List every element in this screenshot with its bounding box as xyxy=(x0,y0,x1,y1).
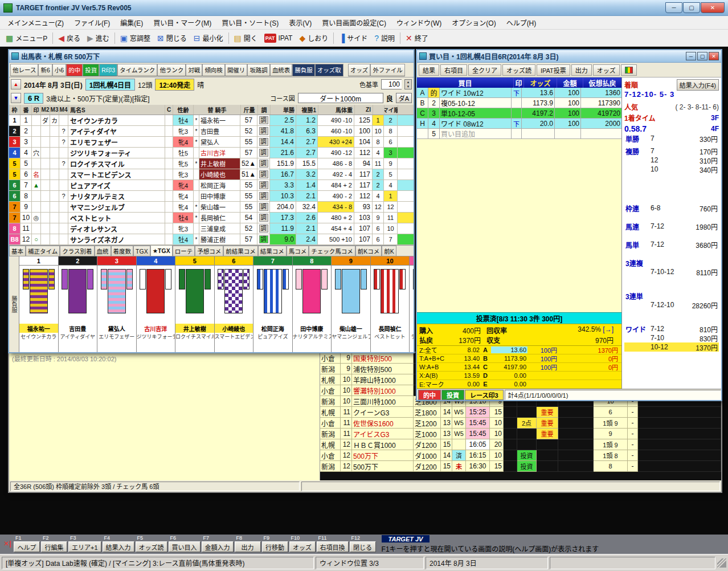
bet-tab[interactable]: 投資 xyxy=(441,390,464,400)
bet-toolbar-button[interactable]: IPAT投票 xyxy=(537,64,570,76)
fkey-button[interactable]: 出力 xyxy=(235,541,261,552)
menu-item[interactable]: 買い目・マーク(M) xyxy=(148,17,216,28)
menu-item[interactable]: ヘルプ(H) xyxy=(501,17,542,28)
menu-item[interactable]: 表示(V) xyxy=(284,17,317,28)
toolbar-button[interactable]: ⊟最小化 xyxy=(190,31,227,46)
horse-row[interactable]: 79ヤマニンジェルブ牝4*柴山雄一55調204.032.4434 - 89312… xyxy=(9,202,414,213)
horse-row[interactable]: 67▲ピュアアイズ牝4松岡正海55調3.31.4484 + 211724 xyxy=(9,180,414,191)
horse-row[interactable]: 33?エリモフェザー牝4*黛弘人55調14.42.7430 +2410486 xyxy=(9,137,414,148)
bet-tab[interactable]: 的中 xyxy=(418,390,441,400)
f4-button[interactable]: 4F xyxy=(711,125,719,133)
minimize-button[interactable]: ─ xyxy=(665,2,682,13)
view-tab[interactable]: TGX xyxy=(133,246,150,256)
horse-row[interactable]: 22?アイティダイヤ牝3*吉田豊52調41.86.3460 -10100108 xyxy=(9,126,414,137)
training-button[interactable]: 調 xyxy=(259,203,268,211)
silks-vertical-tab[interactable]: 勝負服 xyxy=(9,256,19,352)
prev-race-button[interactable]: ▲ xyxy=(11,79,21,89)
horse-row[interactable]: 11ダカセイウンチカラ牡4*福永祐一57調2.51.2490 -1012512 xyxy=(9,115,414,126)
bet-maximize-button[interactable]: ▢ xyxy=(697,52,707,60)
menu-item[interactable]: 編集(E) xyxy=(115,17,148,28)
view-tab[interactable]: 前Kコメ xyxy=(355,246,382,256)
toolbar-button[interactable]: ▤開く xyxy=(231,31,261,46)
silk-cell[interactable]: 1福永祐一セイウンチカラ xyxy=(19,256,59,352)
spin-up-icon[interactable]: ▲ xyxy=(405,80,411,84)
horse-row[interactable]: 44穴ジツリキフォーティ牡5古川吉洋57調21.62.7490 -1211243 xyxy=(9,148,414,158)
training-button[interactable]: 調 xyxy=(259,149,268,157)
schedule-row[interactable]: 小倉11佐世保S1600芝120013W515:45102点重要1頭 9- xyxy=(320,418,721,429)
view-tab[interactable]: 予想コメ xyxy=(195,246,223,256)
chart-icon-button[interactable] xyxy=(621,64,637,76)
f3-button[interactable]: 3F xyxy=(711,114,719,122)
view-tab[interactable]: 前結果コメ xyxy=(223,246,258,256)
race-tab[interactable]: R印3 xyxy=(99,64,117,76)
schedule-row[interactable]: 札幌11クイーンG3芝180014W515:2515重要6- xyxy=(320,407,721,418)
course-select[interactable]: ダート1000m xyxy=(298,93,383,103)
race-tab[interactable]: タイムランク xyxy=(117,64,157,76)
bet-row[interactable]: B2複05-10-121173.9100117390 xyxy=(417,98,621,108)
main-titlebar[interactable]: TARGET frontier JV Ver5.75 Rev005 ─ ▢ ✕ xyxy=(0,0,728,16)
training-button[interactable]: 調 xyxy=(259,225,268,233)
bet-toolbar-button[interactable]: 結果 xyxy=(419,64,439,76)
maximize-button[interactable]: ▢ xyxy=(683,2,700,13)
silk-cell[interactable]: 3黛弘人エリモフェザー xyxy=(97,256,137,352)
toolbar-button[interactable]: ▦メニューP xyxy=(2,31,51,46)
bet-close-button[interactable]: ✕ xyxy=(709,52,719,60)
result-entry-button[interactable]: 結果入力(F4) xyxy=(677,79,719,91)
resize-grip[interactable] xyxy=(717,558,726,568)
training-button[interactable]: 調 xyxy=(259,192,268,200)
menu-item[interactable]: オプション(O) xyxy=(447,17,501,28)
menu-item[interactable]: ファイル(F) xyxy=(69,17,115,28)
silk-cell[interactable]: 5井上敏樹ロクイチスマイル xyxy=(175,256,215,352)
view-tab[interactable]: 結果コメ xyxy=(258,246,287,256)
toolbar-button[interactable]: ▶進む xyxy=(84,31,113,46)
horse-row[interactable]: 55?ロクイチスマイル牝5*井上敏樹52▲調151.915.5486 - 894… xyxy=(9,158,414,169)
horse-row[interactable]: 56名スマートエビデンス牝3小崎綾也51▲調16.73.2492 - 41172… xyxy=(9,169,414,180)
view-tab[interactable]: 基本 xyxy=(9,246,26,256)
fkey-button[interactable]: 買い目入 xyxy=(169,541,201,552)
fkey-button[interactable]: 金額入力 xyxy=(202,541,234,552)
schedule-row[interactable]: 小倉12500万下ダ100014済16:1510投資1頭 8- xyxy=(320,450,721,461)
race-tab[interactable]: 勝負服 xyxy=(292,64,315,76)
race-tab[interactable]: オッズ取 xyxy=(315,64,343,76)
view-tab[interactable]: ローテ xyxy=(173,246,195,256)
close-button[interactable]: ✕ xyxy=(701,2,725,13)
training-button[interactable]: 調 xyxy=(259,235,268,243)
toolbar-button[interactable]: ◀戻る xyxy=(55,31,84,46)
track-class-button[interactable]: ダA xyxy=(396,93,412,103)
fkey-button[interactable]: 結果入力 xyxy=(103,541,134,552)
toolbar-button[interactable]: ?説明 xyxy=(371,31,398,46)
bet-toolbar-button[interactable]: オッズ xyxy=(593,64,620,76)
race-tab[interactable]: 的中 xyxy=(66,64,83,76)
training-button[interactable]: 調 xyxy=(259,170,268,178)
bet-row[interactable]: 5買い目追加 xyxy=(417,129,621,139)
race-tab[interactable]: 投資 xyxy=(83,64,99,76)
race-tab[interactable]: 血統表 xyxy=(270,64,293,76)
race-tab[interactable]: 傾向検 xyxy=(202,64,225,76)
race-tab[interactable]: 新6 xyxy=(38,64,52,76)
race-tab[interactable]: 外ファイル xyxy=(370,64,405,76)
silk-cell[interactable]: 8田中博康ナリタアルテミス xyxy=(293,256,332,352)
bet-tab[interactable]: レース印3 xyxy=(465,390,504,400)
next-race-button[interactable]: ▼ xyxy=(11,93,21,103)
menu-item[interactable]: 買い目・ソート(S) xyxy=(216,17,284,28)
toolbar-button[interactable]: ▣窓調整 xyxy=(117,31,154,46)
silk-cell[interactable]: 4古川吉洋ジツリキフォーティ xyxy=(137,256,176,352)
fkey-button[interactable]: 行移動 xyxy=(262,541,288,552)
bet-toolbar-button[interactable]: 出力 xyxy=(571,64,592,76)
fkey-button[interactable]: 閉じる xyxy=(350,541,376,552)
schedule-row[interactable]: 札幌12ＨＢＣ賞1000ダ12001516:05201頭 9- xyxy=(320,439,721,450)
bet-row[interactable]: H4ワイド 08w12下20.01002000 xyxy=(417,119,621,129)
race-tab[interactable]: 他ランク xyxy=(157,64,186,76)
race-tab[interactable]: 対戦 xyxy=(186,64,202,76)
horse-row[interactable]: 811ディオレサンス牝3三浦皇成52調11.92.1454 + 4107610 xyxy=(9,223,414,234)
menu-item[interactable]: ウィンドウ(W) xyxy=(391,17,447,28)
toolbar-button[interactable]: ◆しおり xyxy=(296,31,332,46)
horse-row[interactable]: B812○サンライズネガノ牡4*勝浦正樹57調9.02.4500 +101076… xyxy=(9,234,414,245)
bet-toolbar-button[interactable]: 右項目 xyxy=(440,64,467,76)
silk-cell[interactable]: 7松岡正海ピュアアイズ xyxy=(253,256,293,352)
training-button[interactable]: 調 xyxy=(259,116,268,124)
fkeybar-close-icon[interactable]: ✕| xyxy=(2,535,13,552)
view-tab[interactable]: チェック馬コメ xyxy=(309,246,355,256)
fkey-button[interactable]: ヘルプ xyxy=(14,541,40,552)
training-button[interactable]: 調 xyxy=(259,138,268,146)
